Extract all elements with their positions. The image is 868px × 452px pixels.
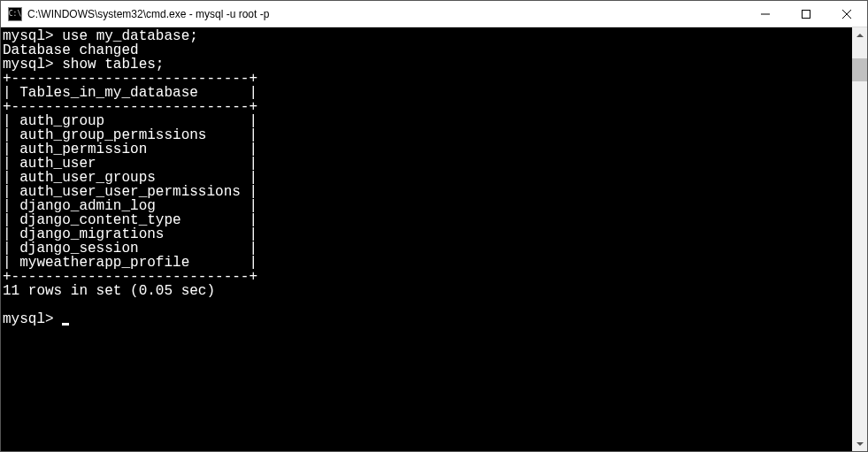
result-summary: 11 rows in set (0.05 sec)	[3, 283, 215, 299]
minimize-button[interactable]	[745, 1, 786, 27]
svg-rect-1	[803, 10, 810, 18]
cmd-icon: C:\	[8, 7, 22, 21]
window-controls	[745, 1, 867, 27]
window-title: C:\WINDOWS\system32\cmd.exe - mysql -u r…	[27, 8, 745, 20]
maximize-button[interactable]	[786, 1, 826, 27]
scrollbar-track[interactable]	[852, 42, 867, 436]
window-titlebar: C:\ C:\WINDOWS\system32\cmd.exe - mysql …	[1, 1, 867, 27]
terminal-output[interactable]: mysql> use my_database; Database changed…	[1, 27, 852, 451]
prompt: mysql>	[3, 311, 54, 327]
svg-marker-4	[856, 34, 864, 37]
svg-marker-5	[856, 442, 864, 446]
terminal-container: mysql> use my_database; Database changed…	[1, 27, 867, 451]
close-button[interactable]	[826, 1, 867, 27]
cursor	[62, 323, 69, 326]
scroll-up-arrow-icon[interactable]	[852, 27, 867, 42]
scroll-down-arrow-icon[interactable]	[852, 436, 867, 451]
scrollbar-thumb[interactable]	[852, 58, 867, 81]
vertical-scrollbar[interactable]	[852, 27, 867, 451]
